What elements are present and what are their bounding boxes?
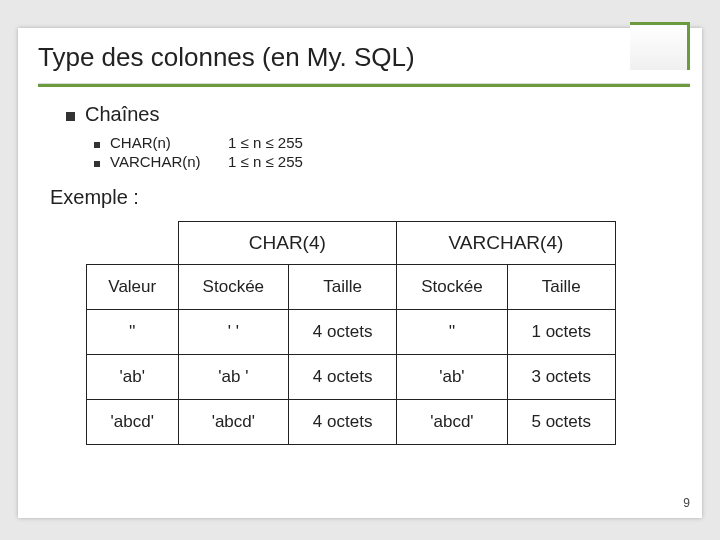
col-header: Taille [289,265,397,310]
cell-char-taille: 4 octets [289,310,397,355]
section-heading: Chaînes [85,103,160,126]
cell-varchar-taille: 5 octets [507,400,615,445]
group-header-char: CHAR(4) [178,222,397,265]
type-list: CHAR(n) 1 ≤ n ≤ 255 VARCHAR(n) 1 ≤ n ≤ 2… [94,134,668,170]
slide-body: Chaînes CHAR(n) 1 ≤ n ≤ 255 VARCHAR(n) 1… [18,87,702,445]
type-item: VARCHAR(n) 1 ≤ n ≤ 255 [94,153,668,170]
cell-varchar-stockee: '' [397,310,508,355]
title-underline [38,83,690,87]
empty-corner-cell [87,222,179,265]
page-number: 9 [683,496,690,510]
cell-char-stockee: ' ' [178,310,289,355]
section-row: Chaînes [66,103,668,134]
cell-varchar-taille: 3 octets [507,355,615,400]
comparison-table: CHAR(4) VARCHAR(4) Valeur Stockée Taille… [86,221,616,445]
type-range: 1 ≤ n ≤ 255 [228,134,303,151]
table-row: 'abcd' 'abcd' 4 octets 'abcd' 5 octets [87,400,616,445]
type-item: CHAR(n) 1 ≤ n ≤ 255 [94,134,668,151]
cell-char-taille: 4 octets [289,400,397,445]
type-name: CHAR(n) [110,134,218,151]
column-header-row: Valeur Stockée Taille Stockée Taille [87,265,616,310]
square-bullet-icon [94,161,100,167]
group-header-varchar: VARCHAR(4) [397,222,616,265]
slide: Type des colonnes (en My. SQL) Chaînes C… [18,28,702,518]
example-label: Exemple : [50,186,668,209]
cell-valeur: 'abcd' [87,400,179,445]
cell-char-taille: 4 octets [289,355,397,400]
table-row: 'ab' 'ab ' 4 octets 'ab' 3 octets [87,355,616,400]
cell-valeur: '' [87,310,179,355]
type-range: 1 ≤ n ≤ 255 [228,153,303,170]
title-region: Type des colonnes (en My. SQL) [18,28,702,87]
cell-valeur: 'ab' [87,355,179,400]
page-title: Type des colonnes (en My. SQL) [38,42,682,81]
cell-char-stockee: 'abcd' [178,400,289,445]
type-name: VARCHAR(n) [110,153,218,170]
group-header-row: CHAR(4) VARCHAR(4) [87,222,616,265]
corner-decoration [630,22,690,70]
table-row: '' ' ' 4 octets '' 1 octets [87,310,616,355]
cell-varchar-stockee: 'abcd' [397,400,508,445]
col-header: Taille [507,265,615,310]
square-bullet-icon [66,112,75,121]
col-header: Valeur [87,265,179,310]
cell-char-stockee: 'ab ' [178,355,289,400]
cell-varchar-stockee: 'ab' [397,355,508,400]
col-header: Stockée [178,265,289,310]
col-header: Stockée [397,265,508,310]
cell-varchar-taille: 1 octets [507,310,615,355]
square-bullet-icon [94,142,100,148]
